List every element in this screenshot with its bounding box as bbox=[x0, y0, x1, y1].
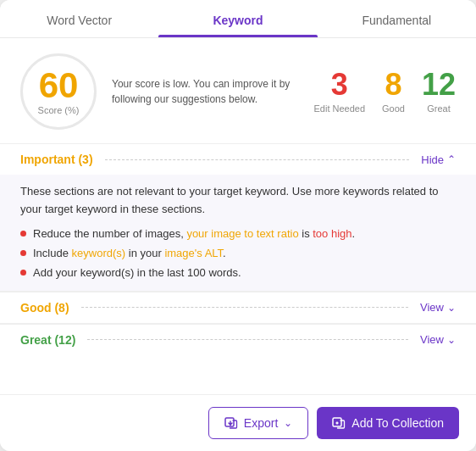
tab-fundamental[interactable]: Fundamental bbox=[318, 0, 476, 37]
good-divider bbox=[81, 307, 409, 308]
important-section-header: Important (3) Hide ⌃ bbox=[0, 143, 476, 175]
metric-great: 12 Great bbox=[422, 70, 456, 114]
good-view-button[interactable]: View ⌄ bbox=[420, 301, 456, 314]
great-divider bbox=[87, 339, 408, 340]
score-value: 60 bbox=[39, 68, 79, 103]
metric-good-value: 8 bbox=[385, 70, 401, 100]
great-section-title: Great (12) bbox=[20, 333, 75, 347]
bullet-1-highlight2: too high bbox=[313, 227, 351, 240]
export-icon bbox=[224, 416, 238, 430]
metric-good-label: Good bbox=[382, 103, 405, 114]
score-section: 60 Score (%) Your score is low. You can … bbox=[0, 38, 476, 143]
bullet-3-text: Add your keyword(s) in the last 100 word… bbox=[33, 266, 241, 279]
add-collection-icon bbox=[332, 416, 346, 430]
metric-edit-needed: 3 Edit Needed bbox=[313, 70, 365, 114]
score-unit: Score (%) bbox=[38, 105, 80, 115]
bullet-list: Reduce the number of images, your image … bbox=[20, 227, 456, 279]
important-content: These sections are not relevant to your … bbox=[0, 175, 476, 291]
chevron-down-icon: ⌄ bbox=[447, 334, 456, 346]
bullet-2-highlight2: image's ALT bbox=[164, 247, 223, 259]
add-to-collection-button[interactable]: Add To Collection bbox=[317, 407, 459, 439]
chevron-up-icon: ⌃ bbox=[447, 153, 456, 165]
good-section-header: Good (8) View ⌄ bbox=[0, 292, 476, 323]
tabs-bar: Word Vector Keyword Fundamental bbox=[0, 0, 476, 38]
great-view-button[interactable]: View ⌄ bbox=[420, 333, 456, 346]
bullet-dot-icon bbox=[20, 250, 26, 256]
bullet-dot-icon bbox=[20, 270, 26, 276]
bullet-2-highlight1: keyword(s) bbox=[72, 247, 126, 259]
bullet-1-highlight1: your image to text ratio bbox=[186, 227, 298, 240]
tab-keyword[interactable]: Keyword bbox=[158, 0, 317, 37]
bullet-2-before: Include bbox=[33, 247, 72, 259]
great-section-row: Great (12) View ⌄ bbox=[0, 323, 476, 355]
export-button[interactable]: Export ⌄ bbox=[208, 407, 308, 439]
metric-edit-needed-value: 3 bbox=[331, 70, 348, 100]
metric-great-value: 12 bbox=[422, 70, 456, 100]
svg-rect-0 bbox=[225, 418, 234, 426]
metric-good: 8 Good bbox=[382, 70, 405, 114]
metrics-group: 3 Edit Needed 8 Good 12 Great bbox=[313, 70, 456, 114]
export-label: Export bbox=[244, 416, 278, 430]
important-hide-button[interactable]: Hide ⌃ bbox=[421, 153, 456, 166]
important-description: These sections are not relevant to your … bbox=[20, 183, 456, 219]
metric-edit-needed-label: Edit Needed bbox=[313, 103, 365, 114]
list-item: Add your keyword(s) in the last 100 word… bbox=[20, 266, 456, 279]
export-chevron-icon: ⌄ bbox=[284, 417, 292, 429]
metric-great-label: Great bbox=[427, 103, 451, 114]
important-section-title: Important (3) bbox=[20, 153, 93, 166]
chevron-down-icon: ⌄ bbox=[447, 302, 456, 314]
bullet-1-before: Reduce the number of images, bbox=[33, 227, 186, 240]
good-section-title: Good (8) bbox=[20, 301, 69, 315]
score-description: Your score is low. You can improve it by… bbox=[112, 76, 298, 107]
bullet-1-after: . bbox=[352, 227, 356, 240]
bullet-dot-icon bbox=[20, 231, 26, 237]
bullet-2-middle: in your bbox=[125, 247, 164, 259]
main-card: Word Vector Keyword Fundamental 60 Score… bbox=[0, 0, 476, 451]
score-circle: 60 Score (%) bbox=[20, 53, 97, 130]
bullet-1-middle: is bbox=[299, 227, 313, 240]
add-label: Add To Collection bbox=[351, 416, 444, 430]
list-item: Reduce the number of images, your image … bbox=[20, 227, 456, 240]
list-item: Include keyword(s) in your image's ALT. bbox=[20, 247, 456, 259]
footer: Export ⌄ Add To Collection bbox=[0, 394, 476, 451]
tab-word-vector[interactable]: Word Vector bbox=[0, 0, 158, 37]
important-divider bbox=[105, 159, 410, 160]
good-section-row: Good (8) View ⌄ bbox=[0, 291, 476, 323]
bullet-2-after: . bbox=[223, 247, 226, 259]
great-section-header: Great (12) View ⌄ bbox=[0, 324, 476, 355]
